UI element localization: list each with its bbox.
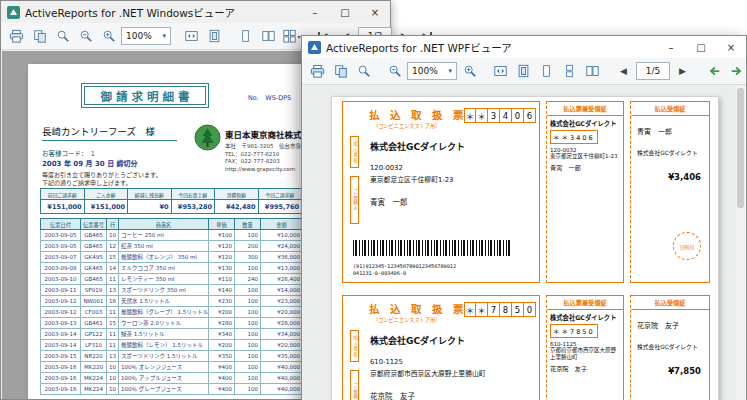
table-row: 2003-09-05 GB465 12 紅茶 350 ml ¥120 200 ¥…: [41, 241, 303, 252]
cell-slip-no: GB465: [81, 274, 107, 285]
payee-name: 株式会社GCダイレクト: [637, 342, 698, 351]
zoom-value: 100%: [412, 66, 438, 76]
maximize-button[interactable]: □: [330, 1, 360, 23]
fit-page-button[interactable]: [204, 26, 225, 47]
close-button[interactable]: ×: [360, 1, 390, 23]
cell-amount: ¥36,000: [261, 252, 303, 263]
wpf-titlebar[interactable]: ActiveReports for .NET WPFビューア – □ ×: [302, 36, 746, 58]
cell-slip-no: NR220: [81, 351, 107, 362]
cell-product: レモンティー 350 ml: [119, 274, 209, 285]
zoom-out-button[interactable]: [75, 26, 96, 47]
search-icon[interactable]: [52, 26, 73, 47]
cell-price: ¥120: [209, 252, 235, 263]
facing-view-button[interactable]: [582, 61, 603, 82]
zoom-in-button[interactable]: [98, 26, 119, 47]
cell-qty: 100: [235, 318, 261, 329]
cell-qty: 100: [235, 296, 261, 307]
cell-product: 炭酸飲料（レモン） 1.5リットル: [119, 340, 209, 351]
wpf-toolbar: 100% ▾ ◀ 1/5 ▶ »: [302, 58, 746, 85]
cell-price: ¥200: [209, 340, 235, 351]
cell-price: ¥230: [209, 296, 235, 307]
company-logo-icon: [194, 124, 221, 151]
cell-price: ¥400: [209, 373, 235, 384]
cell-price: ¥400: [209, 362, 235, 373]
cell-amount: ¥10,000: [261, 230, 303, 241]
cell-amount: ¥20,000: [261, 307, 303, 318]
column-header: 行: [107, 219, 119, 230]
payee-name: 株式会社GCダイレクト: [550, 313, 620, 322]
prev-page-button[interactable]: ◀: [613, 61, 634, 82]
cell-date: 2003-09-13: [41, 318, 81, 329]
cell-date: 2003-09-16: [41, 362, 81, 373]
customer-code: お客様コード： 1: [42, 148, 95, 158]
print-button[interactable]: [307, 61, 328, 82]
minimize-button[interactable]: –: [300, 1, 330, 23]
receipt-copy-title: 払込票兼受領証: [547, 296, 623, 310]
cell-qty: 300: [235, 252, 261, 263]
vertical-scrollbar[interactable]: [736, 86, 745, 400]
table-row: 2003-09-16 MK224 10 100％ アップルジュース ¥400 1…: [41, 373, 303, 384]
single-page-button[interactable]: [235, 26, 256, 47]
payer-name: 青寅 一郎: [637, 126, 672, 136]
table-row: 2003-09-05 GB465 10 コーヒー 250 ml ¥100 100…: [41, 230, 303, 241]
cell-date: 2003-09-07: [41, 252, 81, 263]
summary-label: 消費税額: [215, 189, 258, 200]
zoom-combobox[interactable]: 100% ▾: [121, 27, 171, 45]
slip-receipt-copy-section: 払込票兼受領証 株式会社GCダイレクト ＊＊3406 120-0032 東京都足…: [546, 101, 624, 283]
copy-button[interactable]: [330, 61, 351, 82]
fit-width-button[interactable]: [181, 26, 202, 47]
minimize-button[interactable]: –: [656, 36, 686, 58]
digit-box: 4: [500, 108, 512, 123]
cell-amount: ¥14,000: [261, 285, 303, 296]
zoom-out-button[interactable]: [384, 61, 405, 82]
cell-price: ¥400: [209, 384, 235, 395]
table-row: 2003-09-13 GB461 15 ウーロン茶 2.0リットル ¥280 1…: [41, 318, 303, 329]
cell-qty: 100: [235, 285, 261, 296]
history-back-button[interactable]: [703, 61, 724, 82]
winforms-titlebar[interactable]: ActiveReports for .NET Windowsビューア – □ ×: [1, 1, 390, 23]
cell-slip-no: GK495: [81, 252, 107, 263]
next-page-button[interactable]: ▶: [672, 61, 693, 82]
chevron-down-icon: ▾: [448, 67, 452, 75]
payment-slip: 払 込 取 扱 票 （コンビニエンスストア用） ＊ ＊ 3 4 0 6 加入者名…: [342, 101, 710, 283]
page-indicator[interactable]: 1/5: [636, 62, 670, 80]
scrollbar-thumb[interactable]: [737, 88, 744, 208]
cell-amount: ¥40,000: [261, 373, 303, 384]
close-button[interactable]: ×: [716, 36, 746, 58]
cell-qty: 100: [235, 230, 261, 241]
cell-product: コーヒー 250 ml: [119, 230, 209, 241]
copy-button[interactable]: [29, 26, 50, 47]
customer-name: 長崎カントリーフーズ 様: [42, 124, 177, 141]
cell-line: 13: [107, 351, 119, 362]
cell-date: 2003-09-12: [41, 307, 81, 318]
search-icon[interactable]: [353, 61, 374, 82]
continuous-view-button[interactable]: [559, 61, 580, 82]
fit-width-button[interactable]: [490, 61, 511, 82]
cell-line: 16: [107, 296, 119, 307]
zoom-combobox[interactable]: 100% ▾: [407, 62, 457, 80]
zoom-in-button[interactable]: [459, 61, 480, 82]
cell-slip-no: GB465: [81, 241, 107, 252]
cell-date: 2003-09-05: [41, 230, 81, 241]
column-header: 商品名: [119, 219, 209, 230]
cell-amount: ¥20,000: [261, 340, 303, 351]
cell-amount: ¥40,000: [261, 384, 303, 395]
cell-qty: 100: [235, 384, 261, 395]
table-row: 2003-09-12 NW001 16 天然水 1.5リットル ¥230 100…: [41, 296, 303, 307]
two-page-button[interactable]: [258, 26, 279, 47]
window-title: ActiveReports for .NET WPFビューア: [326, 40, 651, 55]
slip-number: ＊＊7850: [550, 324, 598, 338]
maximize-button[interactable]: □: [686, 36, 716, 58]
fit-page-button[interactable]: [513, 61, 534, 82]
table-row: 2003-09-14 LP310 11 炭酸飲料（レモン） 1.5リットル ¥2…: [41, 340, 303, 351]
table-row: 2003-09-10 GB465 11 レモンティー 350 ml ¥110 2…: [41, 274, 303, 285]
wpf-document-area[interactable]: 払 込 取 扱 票 （コンビニエンスストア用） ＊ ＊ 3 4 0 6 加入者名…: [303, 86, 745, 400]
history-forward-button[interactable]: [726, 61, 747, 82]
single-page-button[interactable]: [536, 61, 557, 82]
print-button[interactable]: [6, 26, 27, 47]
amount-digit-boxes: ＊ ＊ 3 4 0 6: [464, 108, 536, 123]
payer-address: 京都府京都市西京区大原野上里勝山町: [370, 368, 486, 378]
multi-page-button[interactable]: ▾: [281, 26, 302, 47]
summary-label: 今回ご請求額: [259, 189, 302, 200]
cell-qty: 100: [235, 263, 261, 274]
